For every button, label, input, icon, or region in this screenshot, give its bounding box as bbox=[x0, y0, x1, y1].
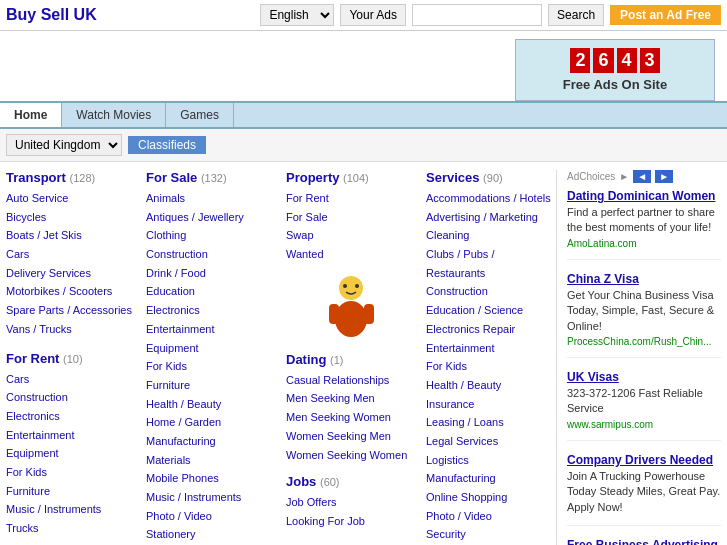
link-trucks-rent[interactable]: Trucks bbox=[6, 519, 136, 538]
link-cars-transport[interactable]: Cars bbox=[6, 245, 136, 264]
sidebar: AdChoices ► ◄ ► Dating Dominican Women F… bbox=[556, 170, 721, 545]
section-title-transport: Transport (128) bbox=[6, 170, 136, 185]
link-animals[interactable]: Animals bbox=[146, 189, 276, 208]
ad-choices-label: AdChoices bbox=[567, 171, 615, 182]
link-online-shopping[interactable]: Online Shopping bbox=[426, 488, 556, 507]
sidebar-ad-4-title[interactable]: Company Drivers Needed bbox=[567, 453, 721, 467]
link-entertainment-sale[interactable]: Entertainment bbox=[146, 320, 276, 339]
link-materials[interactable]: Materials bbox=[146, 451, 276, 470]
category-col-services: Services (90) Accommodations / Hotels Ad… bbox=[426, 170, 556, 545]
link-logistics[interactable]: Logistics bbox=[426, 451, 556, 470]
link-cleaning[interactable]: Cleaning bbox=[426, 226, 556, 245]
link-security[interactable]: Security bbox=[426, 525, 556, 544]
ad-tagline: Free Ads On Site bbox=[524, 77, 706, 92]
link-leasing-loans[interactable]: Leasing / Loans bbox=[426, 413, 556, 432]
svg-point-3 bbox=[355, 284, 359, 288]
link-home-garden[interactable]: Home / Garden bbox=[146, 413, 276, 432]
link-clothing[interactable]: Clothing bbox=[146, 226, 276, 245]
link-electronics-sale[interactable]: Electronics bbox=[146, 301, 276, 320]
link-women-seeking-men[interactable]: Women Seeking Men bbox=[286, 427, 416, 446]
post-ad-button[interactable]: Post an Ad Free bbox=[610, 5, 721, 25]
link-electronics-rent[interactable]: Electronics bbox=[6, 407, 136, 426]
link-construction-rent[interactable]: Construction bbox=[6, 388, 136, 407]
link-advertising-marketing[interactable]: Advertising / Marketing bbox=[426, 208, 556, 227]
tab-home[interactable]: Home bbox=[0, 103, 62, 127]
section-title-property: Property (104) bbox=[286, 170, 416, 185]
link-men-seeking-women[interactable]: Men Seeking Women bbox=[286, 408, 416, 427]
link-motorbikes[interactable]: Motorbikes / Scooters bbox=[6, 282, 136, 301]
link-music-rent[interactable]: Music / Instruments bbox=[6, 500, 136, 519]
link-photo-video-sale[interactable]: Photo / Video bbox=[146, 507, 276, 526]
sidebar-ad-2-title[interactable]: China Z Visa bbox=[567, 272, 721, 286]
link-education-science[interactable]: Education / Science bbox=[426, 301, 556, 320]
link-music-sale[interactable]: Music / Instruments bbox=[146, 488, 276, 507]
classifieds-button[interactable]: Classifieds bbox=[128, 136, 206, 154]
link-antiques[interactable]: Antiques / Jewellery bbox=[146, 208, 276, 227]
tab-watch-movies[interactable]: Watch Movies bbox=[62, 103, 166, 127]
link-wanted[interactable]: Wanted bbox=[286, 245, 416, 264]
for-rent-count: (10) bbox=[63, 353, 83, 365]
link-cars-rent[interactable]: Cars bbox=[6, 370, 136, 389]
link-job-offers[interactable]: Job Offers bbox=[286, 493, 416, 512]
link-for-sale-prop[interactable]: For Sale bbox=[286, 208, 416, 227]
sidebar-ad-4: Company Drivers Needed Join A Trucking P… bbox=[567, 453, 721, 526]
link-for-kids-rent[interactable]: For Kids bbox=[6, 463, 136, 482]
link-drink-food[interactable]: Drink / Food bbox=[146, 264, 276, 283]
link-casual-relationships[interactable]: Casual Relationships bbox=[286, 371, 416, 390]
sidebar-ad-3-title[interactable]: UK Visas bbox=[567, 370, 721, 384]
sidebar-ad-3: UK Visas 323-372-1206 Fast Reliable Serv… bbox=[567, 370, 721, 441]
section-title-services: Services (90) bbox=[426, 170, 556, 185]
link-swap[interactable]: Swap bbox=[286, 226, 416, 245]
link-equipment-rent[interactable]: Equipment bbox=[6, 444, 136, 463]
link-stationery[interactable]: Stationery bbox=[146, 525, 276, 544]
link-construction-svc[interactable]: Construction bbox=[426, 282, 556, 301]
link-for-rent-prop[interactable]: For Rent bbox=[286, 189, 416, 208]
link-accommodations[interactable]: Accommodations / Hotels bbox=[426, 189, 556, 208]
link-manufacturing-svc[interactable]: Manufacturing bbox=[426, 469, 556, 488]
sidebar-ad-5-title[interactable]: Free Business Advertising bbox=[567, 538, 721, 545]
link-looking-for-job[interactable]: Looking For Job bbox=[286, 512, 416, 531]
link-for-kids-sale[interactable]: For Kids bbox=[146, 357, 276, 376]
ad-banner: 2 6 4 3 Free Ads On Site bbox=[515, 39, 715, 101]
link-construction-sale[interactable]: Construction bbox=[146, 245, 276, 264]
link-legal-services[interactable]: Legal Services bbox=[426, 432, 556, 451]
sidebar-ad-1-title[interactable]: Dating Dominican Women bbox=[567, 189, 721, 203]
link-furniture-rent[interactable]: Furniture bbox=[6, 482, 136, 501]
link-health-beauty-svc[interactable]: Health / Beauty bbox=[426, 376, 556, 395]
ad-choices-bar: AdChoices ► ◄ ► bbox=[567, 170, 721, 183]
link-entertainment-svc[interactable]: Entertainment bbox=[426, 339, 556, 358]
link-insurance[interactable]: Insurance bbox=[426, 395, 556, 414]
link-for-kids-svc[interactable]: For Kids bbox=[426, 357, 556, 376]
link-education[interactable]: Education bbox=[146, 282, 276, 301]
link-clubs-pubs[interactable]: Clubs / Pubs / Restaurants bbox=[426, 245, 556, 282]
link-men-seeking-men[interactable]: Men Seeking Men bbox=[286, 389, 416, 408]
ad-digit-3: 4 bbox=[617, 48, 637, 73]
link-mobile-phones[interactable]: Mobile Phones bbox=[146, 469, 276, 488]
link-manufacturing-sale[interactable]: Manufacturing bbox=[146, 432, 276, 451]
link-entertainment-rent[interactable]: Entertainment bbox=[6, 426, 136, 445]
sidebar-next-btn[interactable]: ► bbox=[655, 170, 673, 183]
link-photo-video-svc[interactable]: Photo / Video bbox=[426, 507, 556, 526]
link-vans-trucks[interactable]: Vans / Trucks bbox=[6, 320, 136, 339]
link-spare-parts[interactable]: Spare Parts / Accessories bbox=[6, 301, 136, 320]
sidebar-ad-2-body: Get Your China Business Visa Today, Simp… bbox=[567, 288, 721, 334]
sidebar-prev-btn[interactable]: ◄ bbox=[633, 170, 651, 183]
search-input[interactable] bbox=[412, 4, 542, 26]
link-equipment-sale[interactable]: Equipment bbox=[146, 339, 276, 358]
link-health-beauty-sale[interactable]: Health / Beauty bbox=[146, 395, 276, 414]
sidebar-ad-2: China Z Visa Get Your China Business Vis… bbox=[567, 272, 721, 358]
link-electronics-repair[interactable]: Electronics Repair bbox=[426, 320, 556, 339]
category-col-property: Property (104) For Rent For Sale Swap Wa… bbox=[286, 170, 416, 545]
link-boats[interactable]: Boats / Jet Skis bbox=[6, 226, 136, 245]
link-auto-service[interactable]: Auto Service bbox=[6, 189, 136, 208]
search-button[interactable]: Search bbox=[548, 4, 604, 26]
your-ads-button[interactable]: Your Ads bbox=[340, 4, 406, 26]
link-delivery-services[interactable]: Delivery Services bbox=[6, 264, 136, 283]
svg-point-1 bbox=[335, 301, 367, 337]
link-bicycles[interactable]: Bicycles bbox=[6, 208, 136, 227]
link-furniture-sale[interactable]: Furniture bbox=[146, 376, 276, 395]
language-select[interactable]: English French Spanish German bbox=[260, 4, 334, 26]
tab-games[interactable]: Games bbox=[166, 103, 234, 127]
link-women-seeking-women[interactable]: Women Seeking Women bbox=[286, 446, 416, 465]
location-select[interactable]: United Kingdom bbox=[6, 134, 122, 156]
